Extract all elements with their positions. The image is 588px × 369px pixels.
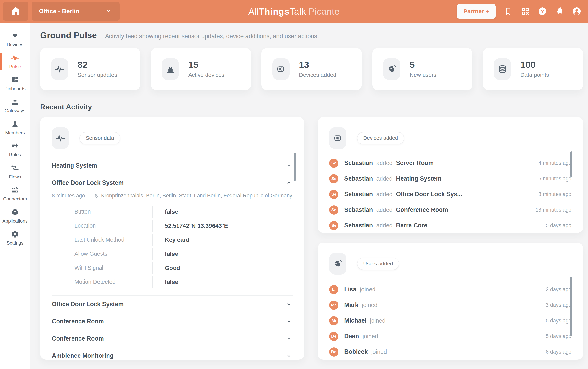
sensor-activity-list: Heating System Office Door Lock System: [52, 157, 294, 360]
device-name: Heating System: [396, 175, 441, 182]
actor-name: Sebastian: [344, 206, 373, 213]
timestamp: 5 minutes ago: [538, 176, 571, 182]
user-added-row[interactable]: De Dean joined 5 days ago: [329, 328, 571, 344]
user-name: Michael: [344, 317, 366, 324]
sensor-item-header[interactable]: Conference Room: [52, 313, 294, 330]
stat-value: 13: [299, 60, 336, 69]
sensor-item: Conference Room: [52, 313, 294, 330]
timestamp: 5 days ago: [546, 318, 571, 324]
avatar: Se: [329, 205, 338, 215]
logo-talk: Talk: [289, 6, 306, 17]
timestamp: 4 minutes ago: [538, 160, 571, 166]
chevron-icon[interactable]: [286, 163, 292, 168]
field-label: Last Unlock Method: [74, 234, 152, 246]
chevron-down-icon: [105, 7, 112, 15]
scrollbar-thumb[interactable]: [570, 277, 572, 336]
sidebar-item-applications[interactable]: Applications: [0, 205, 30, 227]
device-added-row[interactable]: Se Sebastian added Barra Core 5 days ago: [329, 218, 571, 233]
action-text: joined: [370, 317, 386, 324]
main-content: Ground Pulse Activity feed showing recen…: [30, 23, 588, 369]
user-added-row[interactable]: Li Lisa joined 2 days ago: [329, 282, 571, 297]
field-label: Allow Guests: [74, 248, 152, 260]
users-added-card: Users added Li Lisa joined 2 days ago: [318, 243, 583, 360]
sensor-item-header[interactable]: Ambience Monitoring: [52, 347, 294, 360]
sidebar-item-rules[interactable]: Rules: [0, 139, 30, 161]
user-added-row[interactable]: Mi Michael joined 5 days ago: [329, 313, 571, 328]
avatar: Li: [329, 285, 338, 294]
field-value: false: [152, 248, 178, 260]
chevron-icon[interactable]: [286, 180, 292, 186]
device-added-row[interactable]: Se Sebastian added Heating System 5 minu…: [329, 171, 571, 186]
sidebar-item-members[interactable]: Members: [0, 117, 30, 139]
avatar: Bo: [329, 347, 338, 357]
sidebar-item-label: Applications: [2, 218, 28, 224]
device-added-row[interactable]: Se Sebastian added Server Room 4 minutes…: [329, 155, 571, 171]
sidebar-item-pinboards[interactable]: Pinboards: [0, 72, 30, 95]
sensor-update-time: 8 minutes ago: [52, 193, 85, 199]
sidebar-item-devices[interactable]: Devices: [0, 29, 30, 51]
user-added-row[interactable]: Ma Mark joined 3 days ago: [329, 297, 571, 313]
sensor-item-header[interactable]: Office Door Lock System: [52, 174, 294, 191]
sidebar-item-label: Pinboards: [4, 86, 26, 92]
timestamp: 8 minutes ago: [538, 191, 571, 197]
stats-row: 82Sensor updates 15Active devices 13Devi…: [40, 48, 583, 90]
stat-card-data-points: 100Data points: [483, 48, 583, 90]
bookmark-icon[interactable]: [503, 7, 513, 16]
chevron-icon[interactable]: [286, 336, 292, 341]
avatar: Se: [329, 190, 338, 199]
user-added-row[interactable]: Bo Bobicek joined 8 days ago: [329, 344, 571, 360]
sensor-item: Conference Room: [52, 330, 294, 347]
sensor-fields: Button false Location 52.51742°N 13.3964…: [74, 206, 292, 288]
stat-label: Devices added: [299, 72, 336, 78]
scrollbar-thumb[interactable]: [294, 153, 296, 181]
sensor-field-row: Location 52.51742°N 13.39643°E: [74, 220, 292, 232]
action-text: joined: [363, 333, 378, 339]
sensor-item-header[interactable]: Conference Room: [52, 330, 294, 347]
bar-chart-icon: [162, 58, 179, 80]
help-icon[interactable]: ?: [538, 7, 547, 16]
notifications-bell-icon[interactable]: [555, 7, 564, 16]
action-text: added: [376, 222, 392, 229]
sensor-item-header[interactable]: Office Door Lock System: [52, 296, 294, 313]
sensor-item-header[interactable]: Heating System: [52, 157, 294, 174]
chevron-icon[interactable]: [286, 301, 292, 307]
field-value: false: [152, 206, 178, 218]
users-added-list: Li Lisa joined 2 days ago Ma Mark joined: [329, 282, 571, 360]
user-name: Dean: [344, 333, 359, 340]
sidebar-item-label: Devices: [7, 42, 23, 47]
sidebar: Devices Pulse Pinboards Gateways Members…: [0, 23, 30, 369]
home-button[interactable]: [3, 2, 29, 21]
pulse-icon: [51, 58, 68, 80]
avatar: Se: [329, 174, 338, 183]
workspace-selector[interactable]: Office - Berlin: [31, 2, 120, 21]
page-subtitle: Activity feed showing recent sensor upda…: [105, 33, 319, 40]
user-name: Bobicek: [344, 348, 368, 355]
devices-added-card: Devices added Se Sebastian added Server …: [318, 117, 583, 233]
sensor-field-row: WiFI Signal Good: [74, 262, 292, 274]
sensor-item: Ambience Monitoring: [52, 347, 294, 360]
actor-name: Sebastian: [344, 160, 373, 166]
sidebar-item-gateways[interactable]: Gateways: [0, 95, 30, 117]
scrollbar-thumb[interactable]: [570, 151, 572, 177]
device-name: Server Room: [396, 160, 434, 166]
field-value: false: [152, 276, 178, 288]
pulse-icon: [11, 54, 19, 62]
connectors-arrow-icon: [11, 186, 19, 194]
stat-value: 15: [188, 60, 224, 69]
field-label: Button: [74, 206, 152, 218]
recent-activity-heading: Recent Activity: [40, 103, 583, 111]
partner-button[interactable]: Partner +: [457, 4, 496, 19]
sidebar-item-flows[interactable]: Flows: [0, 161, 30, 183]
field-label: WiFI Signal: [74, 262, 152, 274]
user-account-icon[interactable]: [572, 7, 581, 16]
sidebar-item-settings[interactable]: Settings: [0, 227, 30, 249]
field-value: Good: [152, 262, 180, 274]
avatar: Ma: [329, 300, 338, 310]
chevron-icon[interactable]: [286, 318, 292, 324]
sidebar-item-pulse[interactable]: Pulse: [0, 51, 30, 72]
sidebar-item-connectors[interactable]: Connectors: [0, 183, 30, 205]
chevron-icon[interactable]: [286, 353, 292, 359]
qr-code-icon[interactable]: [520, 7, 530, 16]
device-added-row[interactable]: Se Sebastian added Office Door Lock Sys.…: [329, 186, 571, 202]
device-added-row[interactable]: Se Sebastian added Conference Room 13 mi…: [329, 202, 571, 218]
